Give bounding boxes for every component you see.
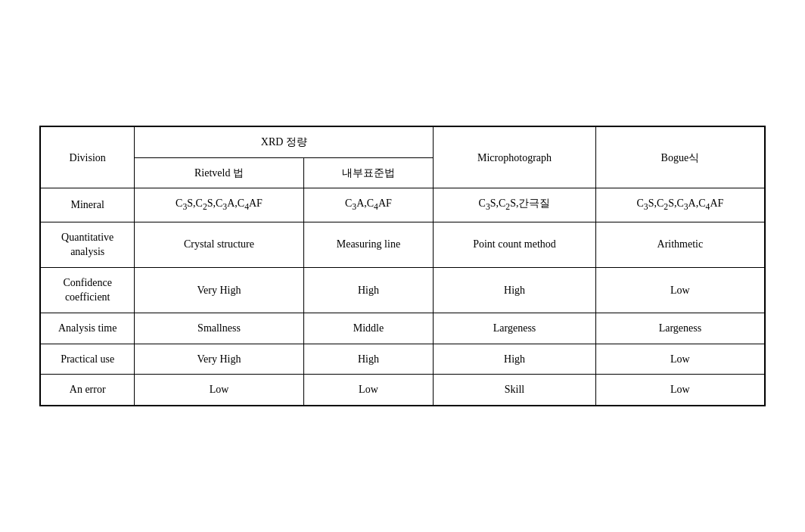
row-label: Confidence coefficient — [41, 267, 135, 313]
row-label: Analysis time — [41, 313, 135, 344]
cell-internal: High — [303, 267, 434, 313]
row-label: An error — [41, 375, 135, 406]
cell-rietveld: Very High — [135, 344, 303, 375]
cell-internal: C3A,C4AF — [303, 188, 434, 222]
row-label: Quantitative analysis — [41, 222, 135, 267]
cell-rietveld: Very High — [135, 267, 303, 313]
cell-micro: Skill — [434, 375, 596, 406]
cell-bogue: Low — [595, 375, 764, 406]
cell-rietveld: Crystal structure — [135, 222, 303, 267]
cell-rietveld: C3S,C2S,C3A,C4AF — [135, 188, 303, 222]
comparison-table: Division XRD 정량 Microphotograph Bogue식 R… — [39, 126, 766, 406]
row-label: Practical use — [41, 344, 135, 375]
table-row: An error Low Low Skill Low — [41, 375, 765, 406]
cell-internal: High — [303, 344, 434, 375]
cell-bogue: Low — [595, 344, 764, 375]
table-row: Mineral C3S,C2S,C3A,C4AF C3A,C4AF C3S,C2… — [41, 188, 765, 222]
cell-internal: Middle — [303, 313, 434, 344]
cell-rietveld: Smallness — [135, 313, 303, 344]
header-row-1: Division XRD 정량 Microphotograph Bogue식 — [41, 127, 765, 158]
division-header: Division — [41, 127, 135, 188]
table-row: Practical use Very High High High Low — [41, 344, 765, 375]
cell-micro: High — [434, 344, 596, 375]
xrd-header: XRD 정량 — [135, 127, 434, 158]
micro-header: Microphotograph — [434, 127, 596, 188]
cell-micro: High — [434, 267, 596, 313]
cell-micro: Point count method — [434, 222, 596, 267]
cell-bogue: Arithmetic — [595, 222, 764, 267]
table-row: Analysis time Smallness Middle Largeness… — [41, 313, 765, 344]
cell-micro: C3S,C2S,간극질 — [434, 188, 596, 222]
cell-bogue: C3S,C2S,C3A,C4AF — [595, 188, 764, 222]
cell-bogue: Largeness — [595, 313, 764, 344]
row-label: Mineral — [41, 188, 135, 222]
table-row: Quantitative analysis Crystal structure … — [41, 222, 765, 267]
cell-internal: Low — [303, 375, 434, 406]
bogue-header: Bogue식 — [595, 127, 764, 188]
cell-bogue: Low — [595, 267, 764, 313]
cell-internal: Measuring line — [303, 222, 434, 267]
internal-subheader: 내부표준법 — [303, 157, 434, 188]
table-row: Confidence coefficient Very High High Hi… — [41, 267, 765, 313]
cell-rietveld: Low — [135, 375, 303, 406]
cell-micro: Largeness — [434, 313, 596, 344]
rietveld-subheader: Rietveld 법 — [135, 157, 303, 188]
